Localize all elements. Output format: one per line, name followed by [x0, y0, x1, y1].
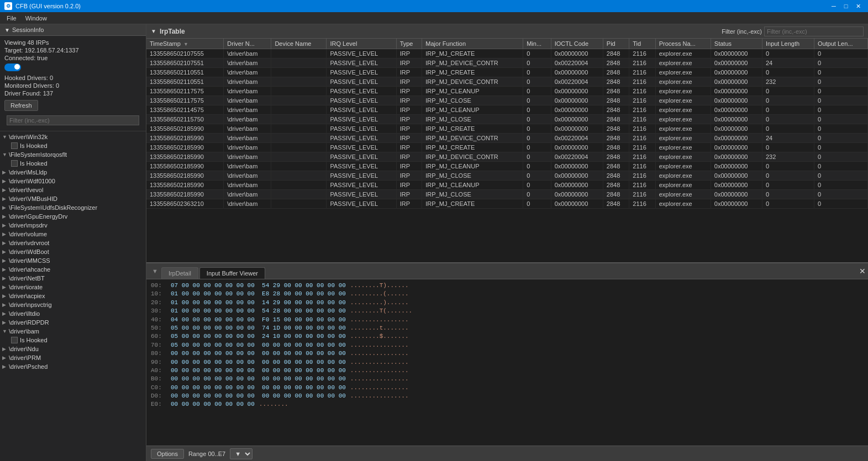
tab-input-buffer-viewer[interactable]: Input Buffer Viewer [199, 267, 265, 279]
table-row[interactable]: 1335586502110551\driver\bamPASSIVE_LEVEL… [146, 68, 868, 77]
table-cell: IRP [396, 181, 422, 190]
tree-item-mslldp[interactable]: ▶ \driver\MsLldp [0, 168, 146, 177]
col-status[interactable]: Status [711, 39, 762, 49]
is-hooked-checkbox-win32k[interactable] [11, 142, 18, 149]
table-cell: 2848 [603, 152, 629, 162]
table-row[interactable]: 1335586502110551\driver\bamPASSIVE_LEVEL… [146, 77, 868, 87]
tree-item-psched[interactable]: ▶ \driver\Psched [0, 362, 146, 371]
tree-item-mmcss[interactable]: ▶ \driver\MMCSS [0, 256, 146, 265]
table-row[interactable]: 1335586502107555\driver\bamPASSIVE_LEVEL… [146, 49, 868, 59]
table-row[interactable]: 1335586502185990\driver\bamPASSIVE_LEVEL… [146, 124, 868, 134]
maximize-button[interactable]: □ [840, 2, 851, 10]
table-row[interactable]: 1335586502107551\driver\bamPASSIVE_LEVEL… [146, 59, 868, 68]
hex-ascii: ................ [350, 392, 409, 400]
is-hooked-checkbox-storqosflt[interactable] [11, 160, 18, 167]
tree-item-lltdio[interactable]: ▶ \driver\lltdio [0, 309, 146, 318]
driver-filter-input[interactable] [7, 115, 139, 125]
panel-arrow-icon: ▼ [151, 28, 156, 34]
col-ioctl-code[interactable]: IOCTL Code [551, 39, 603, 49]
table-row[interactable]: 1335586502185990\driver\bamPASSIVE_LEVEL… [146, 171, 868, 181]
options-button[interactable]: Options [151, 449, 184, 459]
tree-item-vmbushid[interactable]: ▶ \driver\VMBusHID [0, 194, 146, 203]
tree-item-win32k[interactable]: ▼ \driver\Win32k [0, 133, 146, 141]
table-row[interactable]: 1335586502185990\driver\bamPASSIVE_LEVEL… [146, 134, 868, 143]
table-cell: \driver\bam [224, 68, 271, 77]
driver-label: \driver\iorate [9, 284, 43, 290]
range-dropdown[interactable]: ▼ [230, 448, 252, 459]
table-row[interactable]: 1335586502114575\driver\bamPASSIVE_LEVEL… [146, 105, 868, 115]
tree-item-mpsdrv[interactable]: ▶ \driver\mpsdrv [0, 221, 146, 230]
col-min[interactable]: Min... [523, 39, 551, 49]
hex-offset: 20: [151, 299, 166, 307]
tree-item-wdf01000[interactable]: ▶ \driver\Wdf01000 [0, 177, 146, 186]
collapse-arrow-icon: ▶ [2, 231, 9, 237]
table-cell: \driver\bam [224, 87, 271, 96]
refresh-button[interactable]: Refresh [4, 100, 38, 111]
tree-item-bam[interactable]: ▼ \driver\bam [0, 327, 146, 336]
col-type[interactable]: Type [396, 39, 422, 49]
table-cell: 0x00000000 [711, 171, 762, 181]
col-tid[interactable]: Tid [629, 39, 655, 49]
table-cell: IRP [396, 171, 422, 181]
col-timestamp[interactable]: TimeStamp ▼ [146, 39, 224, 49]
col-device-name[interactable]: Device Name [271, 39, 327, 49]
collapse-arrow-icon: ▶ [2, 284, 9, 290]
table-row[interactable]: 1335586502117575\driver\bamPASSIVE_LEVEL… [146, 96, 868, 105]
hex-ascii: ................ [350, 349, 409, 358]
tree-item-ndu[interactable]: ▶ \driver\Ndu [0, 345, 146, 353]
tree-item-npsvctrig[interactable]: ▶ \driver\npsvctrig [0, 300, 146, 309]
tree-item-gpuenergydrv[interactable]: ▶ \driver\GpuEnergyDrv [0, 212, 146, 221]
panel-filter-arrow: ▼ [149, 267, 161, 275]
is-hooked-checkbox-bam[interactable] [11, 337, 18, 343]
tree-item-storqosflt[interactable]: ▼ \FileSystem\storqosflt [0, 150, 146, 159]
menu-window[interactable]: Window [21, 14, 51, 23]
table-row[interactable]: 1335586502185990\driver\bamPASSIVE_LEVEL… [146, 181, 868, 190]
table-cell: 2848 [603, 59, 629, 68]
tree-item-rdpdr[interactable]: ▶ \driver\RDPDR [0, 318, 146, 327]
col-major-function[interactable]: Major Function [422, 39, 523, 49]
table-row[interactable]: 1335586502115750\driver\bamPASSIVE_LEVEL… [146, 115, 868, 124]
table-row[interactable]: 1335586502185990\driver\bamPASSIVE_LEVEL… [146, 190, 868, 199]
col-process-name[interactable]: Process Na... [655, 39, 711, 49]
tree-item-prm[interactable]: ▶ \driver\PRM [0, 353, 146, 362]
table-row[interactable]: 1335586502185990\driver\bamPASSIVE_LEVEL… [146, 152, 868, 162]
table-cell: 0x00000000 [551, 162, 603, 171]
table-cell: \driver\bam [224, 134, 271, 143]
tree-item-vdrvroot[interactable]: ▶ \driver\vdrvroot [0, 239, 146, 247]
col-driver-name[interactable]: Driver N... [224, 39, 271, 49]
table-row[interactable]: 1335586502363210\driver\bamPASSIVE_LEVEL… [146, 199, 868, 209]
hex-bytes: 05 00 00 00 00 00 00 00 00 00 00 00 00 0… [171, 341, 346, 349]
toggle-switch[interactable] [4, 63, 21, 71]
table-cell: explorer.exe [655, 115, 711, 124]
table-cell: 2848 [603, 162, 629, 171]
tree-item-netbt[interactable]: ▶ \driver\NetBT [0, 274, 146, 283]
tree-item-volume[interactable]: ▶ \driver\volume [0, 230, 146, 239]
irp-filter-input[interactable] [764, 27, 864, 36]
tree-item-fvevol[interactable]: ▶ \driver\fvevol [0, 186, 146, 194]
tree-item-iorate[interactable]: ▶ \driver\iorate [0, 283, 146, 292]
close-button[interactable]: ✕ [853, 2, 864, 10]
table-cell: 1335586502114575 [146, 105, 224, 115]
table-cell: 0 [523, 199, 551, 209]
driver-label: \FileSystem\UdfsDiskRecognizer [9, 204, 97, 211]
col-irq-level[interactable]: IRQ Level [327, 39, 396, 49]
table-cell: IRP_MJ_CLEANUP [422, 105, 523, 115]
table-cell: PASSIVE_LEVEL [327, 152, 396, 162]
col-output-length[interactable]: Output Len... [814, 39, 867, 49]
close-bottom-panel-button[interactable]: ✕ [859, 267, 866, 275]
minimize-button[interactable]: ─ [828, 2, 839, 10]
table-row[interactable]: 1335586502117575\driver\bamPASSIVE_LEVEL… [146, 87, 868, 96]
table-cell: IRP_MJ_DEVICE_CONTR [422, 77, 523, 87]
col-input-length[interactable]: Input Length [762, 39, 814, 49]
tab-irp-detail[interactable]: IrpDetail [161, 267, 198, 279]
tree-item-acpiex[interactable]: ▶ \driver\acpiex [0, 292, 146, 300]
tree-item-wdboot[interactable]: ▶ \driver\WdBoot [0, 247, 146, 256]
menu-file[interactable]: File [2, 14, 21, 23]
table-cell: 0 [762, 96, 814, 105]
tree-item-ahcache[interactable]: ▶ \driver\ahcache [0, 265, 146, 274]
table-row[interactable]: 1335586502185990\driver\bamPASSIVE_LEVEL… [146, 162, 868, 171]
col-pid[interactable]: Pid [603, 39, 629, 49]
tree-item-udfsdiskrecognizer[interactable]: ▶ \FileSystem\UdfsDiskRecognizer [0, 203, 146, 212]
table-row[interactable]: 1335586502185990\driver\bamPASSIVE_LEVEL… [146, 143, 868, 152]
collapse-arrow-icon: ▶ [2, 249, 9, 255]
